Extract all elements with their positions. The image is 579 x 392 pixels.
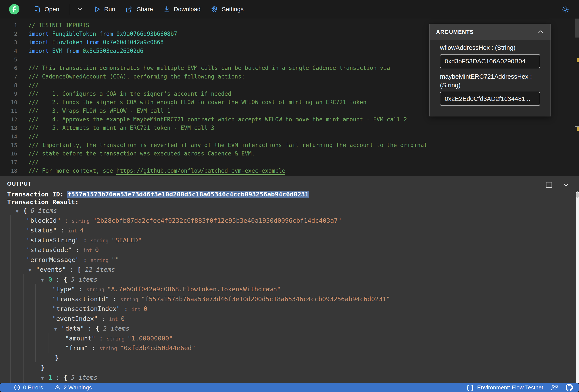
json-token: :: [61, 217, 72, 224]
json-token: "events": [36, 266, 66, 273]
line-number: 9: [0, 90, 17, 98]
json-token: }: [41, 364, 45, 371]
line-number: 15: [0, 141, 17, 150]
json-token: int: [83, 248, 95, 253]
json-token: "A.7e60df042a9c0868.FlowToken.TokensWith…: [107, 285, 281, 293]
json-row: "blockId" : string "2b28cbfb87da2cfec4f0…: [7, 216, 579, 226]
share-button[interactable]: Share: [125, 5, 153, 13]
json-token: 6 items: [31, 207, 57, 214]
transaction-result-label: Transaction Result:: [7, 198, 579, 206]
output-scrollbar-thumb[interactable]: [577, 192, 579, 198]
json-token: 0: [95, 246, 99, 254]
status-bar: 0 Errors 2 Warnings { } Environment: Flo…: [0, 383, 579, 392]
arguments-panel: ARGUMENTS wflowAddressHex : (String) may…: [430, 24, 551, 116]
code-token: FlowToken: [52, 39, 83, 46]
json-row: "amount" : string "1.00000000": [7, 334, 579, 343]
sun-icon: [561, 5, 570, 14]
argument-input-maybemint[interactable]: [440, 92, 540, 106]
json-row: ▼"data" : { 2 items: [7, 324, 579, 334]
environment-label: Environment: Flow Testnet: [477, 384, 543, 391]
code-token: from: [96, 31, 116, 37]
open-label: Open: [45, 6, 59, 13]
json-token: string: [91, 257, 112, 263]
errors-indicator[interactable]: 0 Errors: [14, 384, 43, 391]
line-number: 16: [0, 149, 17, 158]
json-token: 1: [48, 374, 52, 381]
flow-logo[interactable]: [9, 4, 19, 14]
open-button[interactable]: Open: [33, 5, 59, 13]
output-tree: ▼{ 6 items"blockId" : string "2b28cbfb87…: [7, 206, 579, 383]
code-line: 18/// For more context, see https://gith…: [0, 167, 579, 175]
code-token: /// CadenceOwnedAccount (COA), performin…: [28, 73, 245, 80]
theme-toggle-button[interactable]: [561, 5, 570, 14]
line-number: 6: [0, 64, 17, 72]
collapse-toggle-icon[interactable]: ▼: [16, 207, 23, 217]
json-token: :: [66, 266, 77, 273]
line-number: 5: [0, 56, 17, 64]
transaction-id-line: Transaction ID: f557a1573b76aa53e73d46f3…: [7, 190, 579, 198]
json-token: "blockId": [27, 217, 61, 224]
json-row: "errorMessage" : string "": [7, 255, 579, 265]
arguments-panel-header[interactable]: ARGUMENTS: [430, 24, 551, 40]
line-number: 3: [0, 38, 17, 47]
code-token: 0x9a0766d93b6608b7: [116, 31, 177, 37]
json-row: }: [7, 363, 579, 373]
collapse-toggle-icon[interactable]: ▼: [28, 265, 36, 275]
github-link[interactable]: [566, 384, 573, 391]
toolbar: Open Run Share Download Settings: [0, 0, 579, 19]
json-token: string: [120, 297, 141, 302]
feedback-button[interactable]: [551, 384, 558, 391]
transaction-id-value: f557a1573b76aa53e73d46f3e10d200d5c18a653…: [67, 191, 308, 198]
json-token: "type": [53, 285, 75, 293]
code-token: /// For more context, see: [28, 168, 116, 174]
code-token: /// 4. Approves the example MaybeMintERC…: [28, 116, 407, 123]
collapse-output-icon[interactable]: [563, 182, 570, 188]
json-row: ▼1 : { 5 items: [7, 373, 579, 383]
line-number: 1: [0, 21, 17, 30]
collapse-toggle-icon[interactable]: ▼: [41, 275, 48, 285]
code-line: 13/// 5. Attempts to mint an ERC721 toke…: [0, 124, 579, 132]
json-token: :: [79, 256, 90, 264]
json-token: "transactionId": [53, 295, 109, 303]
open-dropdown-button[interactable]: [76, 6, 83, 12]
json-token: int: [109, 316, 121, 322]
json-row: "eventIndex" : int 0: [7, 314, 579, 324]
run-button[interactable]: Run: [93, 5, 115, 13]
collapse-toggle-icon[interactable]: ▼: [41, 373, 48, 383]
warning-icon: [54, 384, 61, 391]
json-token: :: [95, 335, 107, 342]
settings-button[interactable]: Settings: [211, 5, 243, 13]
code-token: FungibleToken: [52, 31, 96, 37]
environment-indicator[interactable]: { } Environment: Flow Testnet: [467, 384, 543, 391]
json-token: {: [64, 374, 71, 381]
argument-input-wflow[interactable]: [440, 54, 540, 68]
warnings-indicator[interactable]: 2 Warnings: [54, 384, 92, 391]
code-token: // TESTNET IMPORTS: [28, 22, 89, 28]
collapse-toggle-icon[interactable]: ▼: [54, 324, 62, 334]
json-token: "0xfd3b4cd50d44e6ed": [120, 344, 195, 352]
toolbar-divider: [70, 4, 70, 15]
download-label: Download: [174, 6, 201, 13]
json-token: 5 items: [71, 374, 97, 381]
json-token: "eventIndex": [53, 315, 98, 322]
output-title: OUTPUT: [7, 180, 579, 187]
warnings-label: 2 Warnings: [64, 384, 92, 391]
chevron-up-icon[interactable]: [537, 29, 544, 35]
json-token: :: [52, 276, 63, 283]
output-scrollbar-track[interactable]: [576, 191, 579, 383]
json-row: ▼{ 6 items: [7, 206, 579, 216]
editor-scrollbar[interactable]: [575, 19, 579, 38]
code-token: ///: [28, 82, 39, 88]
code-token: /// 3. Wraps FLOW as WFLOW - EVM call 1: [28, 108, 170, 114]
line-number: 8: [0, 81, 17, 90]
split-panel-icon[interactable]: [545, 181, 553, 188]
json-token: :: [52, 374, 63, 381]
error-icon: [14, 384, 20, 391]
arguments-panel-body: wflowAddressHex : (String) maybeMintERC7…: [430, 40, 551, 116]
indent-guide: [49, 333, 49, 353]
json-token: 0: [144, 305, 147, 312]
download-button[interactable]: Download: [163, 5, 201, 13]
code-line: 12/// 4. Approves the example MaybeMintE…: [0, 115, 579, 124]
code-link[interactable]: https://github.com/onflow/batched-evm-ex…: [116, 168, 286, 174]
output-header-actions: [545, 181, 570, 188]
